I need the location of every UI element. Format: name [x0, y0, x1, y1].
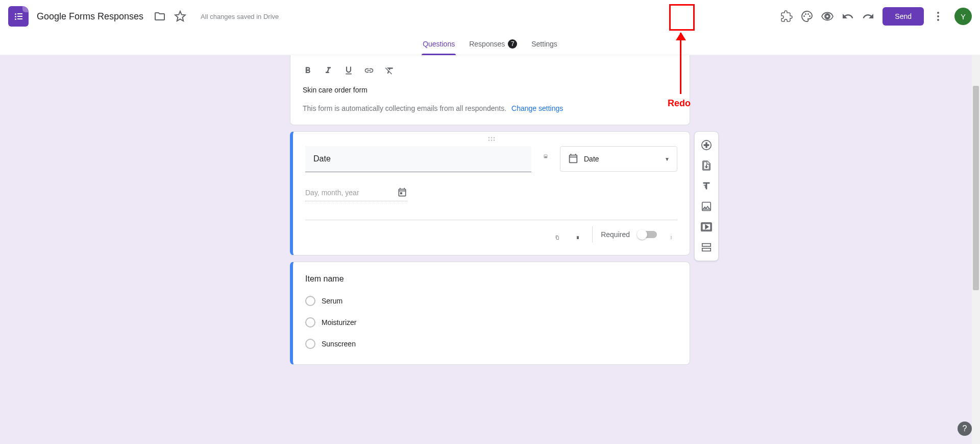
- customize-theme-button[interactable]: [797, 6, 817, 27]
- tab-settings[interactable]: Settings: [524, 33, 565, 55]
- svg-point-14: [671, 237, 671, 238]
- svg-point-5: [937, 15, 939, 17]
- option-label: Sunscreen: [322, 340, 356, 348]
- svg-point-0: [803, 15, 805, 17]
- form-title[interactable]: Google Forms Responses: [37, 11, 143, 22]
- eye-icon: [821, 10, 834, 22]
- save-status: All changes saved in Drive: [201, 13, 279, 20]
- required-label: Required: [601, 230, 630, 239]
- responses-count-badge: 7: [508, 39, 517, 49]
- add-title-button[interactable]: [697, 177, 716, 195]
- form-header-card[interactable]: Skin care order form This form is automa…: [290, 55, 690, 125]
- delete-button[interactable]: [572, 228, 584, 241]
- form-canvas: Skin care order form This form is automa…: [0, 55, 980, 444]
- tab-responses-label: Responses: [469, 40, 505, 48]
- question-card-date[interactable]: Date ▼ Day, month, year Requi: [290, 131, 690, 255]
- more-options-button[interactable]: [928, 6, 948, 27]
- svg-point-12: [493, 139, 495, 141]
- svg-point-3: [809, 15, 811, 17]
- svg-point-8: [491, 137, 492, 138]
- app-header: Google Forms Responses All changes saved…: [0, 0, 980, 33]
- preview-button[interactable]: [817, 6, 838, 27]
- link-button[interactable]: [360, 61, 378, 80]
- italic-icon: [323, 65, 333, 76]
- svg-point-2: [807, 13, 809, 15]
- star-button[interactable]: [170, 6, 190, 27]
- add-image-toolbar-button[interactable]: [697, 197, 716, 216]
- link-icon: [364, 65, 374, 76]
- question-card-item[interactable]: Item name Serum Moisturizer Sunscreen: [290, 262, 690, 365]
- svg-point-6: [937, 19, 939, 21]
- tab-responses[interactable]: Responses 7: [462, 33, 524, 55]
- svg-point-15: [671, 239, 671, 239]
- calendar-icon: [568, 153, 579, 165]
- question-more-button[interactable]: [665, 228, 677, 241]
- form-description[interactable]: Skin care order form: [303, 86, 677, 94]
- calendar-small-icon: [397, 188, 407, 198]
- question-title-item: Item name: [305, 274, 677, 284]
- clear-format-button[interactable]: [380, 61, 399, 80]
- image-icon: [544, 154, 548, 158]
- add-image-button[interactable]: [540, 146, 552, 158]
- option-row: Sunscreen: [305, 339, 677, 349]
- redo-icon: [862, 10, 874, 22]
- italic-button[interactable]: [319, 61, 337, 80]
- undo-icon: [842, 10, 854, 22]
- trash-icon: [576, 236, 580, 240]
- import-questions-button[interactable]: [697, 156, 716, 175]
- option-row: Moisturizer: [305, 317, 677, 328]
- underline-icon: [344, 65, 354, 76]
- underline-button[interactable]: [339, 61, 358, 80]
- move-to-folder-button[interactable]: [150, 6, 170, 27]
- svg-point-9: [493, 137, 495, 138]
- scrollbar[interactable]: [972, 55, 980, 444]
- date-answer-preview: Day, month, year: [305, 184, 407, 201]
- folder-icon: [154, 10, 166, 22]
- more-vert-icon: [669, 236, 673, 240]
- redo-button[interactable]: [858, 6, 878, 27]
- import-icon: [701, 160, 712, 171]
- question-type-select[interactable]: Date ▼: [560, 146, 677, 172]
- drag-handle[interactable]: [305, 136, 677, 142]
- svg-point-11: [491, 139, 492, 141]
- image-icon: [701, 201, 712, 212]
- svg-point-1: [805, 13, 806, 15]
- option-row: Serum: [305, 296, 677, 306]
- add-question-button[interactable]: [697, 136, 716, 154]
- change-settings-link[interactable]: Change settings: [511, 104, 563, 112]
- question-title-input[interactable]: [305, 146, 531, 172]
- required-toggle[interactable]: [638, 231, 657, 238]
- scrollbar-thumb[interactable]: [973, 86, 979, 290]
- forms-logo[interactable]: [8, 6, 29, 27]
- add-video-button[interactable]: [697, 218, 716, 236]
- palette-icon: [801, 10, 813, 22]
- copy-icon: [555, 236, 559, 240]
- add-circle-icon: [701, 139, 712, 151]
- video-icon: [701, 221, 712, 232]
- bold-button[interactable]: [299, 61, 317, 80]
- more-vert-icon: [932, 10, 944, 22]
- svg-rect-17: [702, 248, 711, 251]
- tab-questions[interactable]: Questions: [415, 33, 462, 55]
- bold-icon: [303, 65, 313, 76]
- svg-point-10: [488, 139, 489, 141]
- svg-point-13: [671, 236, 671, 237]
- send-button[interactable]: Send: [883, 7, 924, 26]
- tab-bar: Questions Responses 7 Settings: [0, 33, 980, 55]
- svg-point-4: [937, 12, 939, 14]
- add-section-button[interactable]: [697, 238, 716, 256]
- radio-icon: [305, 339, 315, 349]
- duplicate-button[interactable]: [551, 228, 564, 241]
- puzzle-icon: [780, 10, 793, 22]
- text-icon: [701, 180, 712, 192]
- user-avatar[interactable]: Y: [954, 8, 972, 25]
- format-toolbar: [299, 61, 677, 80]
- option-label: Moisturizer: [322, 318, 356, 326]
- undo-button[interactable]: [838, 6, 858, 27]
- email-collection-notice: This form is automatically collecting em…: [303, 104, 677, 112]
- help-button[interactable]: ?: [958, 422, 972, 436]
- svg-rect-16: [702, 244, 711, 247]
- clear-format-icon: [384, 65, 395, 76]
- question-type-label: Date: [584, 155, 599, 163]
- addons-button[interactable]: [776, 6, 797, 27]
